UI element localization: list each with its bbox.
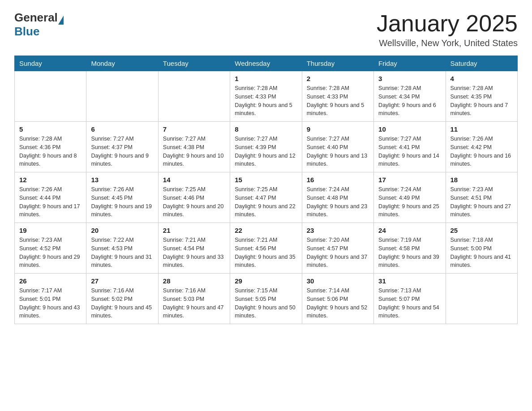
calendar-day-header: Thursday — [302, 56, 373, 71]
day-number: 22 — [235, 227, 297, 234]
page-header: General Blue January 2025 Wellsville, Ne… — [14, 11, 518, 48]
day-info: Sunrise: 7:17 AM Sunset: 5:01 PM Dayligh… — [19, 287, 82, 320]
logo-arrow-icon — [58, 16, 64, 25]
calendar-day-header: Monday — [86, 56, 158, 71]
day-number: 11 — [450, 125, 513, 133]
calendar-cell: 17Sunrise: 7:24 AM Sunset: 4:49 PM Dayli… — [374, 172, 446, 223]
day-number: 6 — [91, 125, 153, 133]
calendar-week-row: 12Sunrise: 7:26 AM Sunset: 4:44 PM Dayli… — [15, 172, 518, 223]
calendar-cell: 30Sunrise: 7:14 AM Sunset: 5:06 PM Dayli… — [302, 274, 373, 324]
day-number: 21 — [163, 227, 225, 234]
day-info: Sunrise: 7:26 AM Sunset: 4:42 PM Dayligh… — [450, 135, 513, 168]
calendar-header-row: SundayMondayTuesdayWednesdayThursdayFrid… — [15, 56, 518, 71]
calendar-day-header: Friday — [374, 56, 446, 71]
calendar-cell: 11Sunrise: 7:26 AM Sunset: 4:42 PM Dayli… — [446, 122, 517, 172]
day-number: 25 — [450, 227, 513, 234]
location-subtitle: Wellsville, New York, United States — [377, 38, 518, 48]
day-info: Sunrise: 7:23 AM Sunset: 4:52 PM Dayligh… — [19, 236, 82, 270]
day-info: Sunrise: 7:27 AM Sunset: 4:40 PM Dayligh… — [307, 135, 369, 168]
day-number: 7 — [163, 125, 225, 133]
calendar-cell — [15, 71, 86, 122]
day-info: Sunrise: 7:27 AM Sunset: 4:38 PM Dayligh… — [163, 135, 225, 168]
calendar-cell — [86, 71, 158, 122]
day-info: Sunrise: 7:18 AM Sunset: 5:00 PM Dayligh… — [450, 236, 513, 270]
day-number: 24 — [378, 227, 441, 234]
calendar-day-header: Tuesday — [158, 56, 230, 71]
calendar-cell: 28Sunrise: 7:16 AM Sunset: 5:03 PM Dayli… — [158, 274, 230, 324]
day-info: Sunrise: 7:24 AM Sunset: 4:49 PM Dayligh… — [378, 185, 441, 219]
calendar-cell: 15Sunrise: 7:25 AM Sunset: 4:47 PM Dayli… — [230, 172, 302, 223]
day-info: Sunrise: 7:28 AM Sunset: 4:34 PM Dayligh… — [378, 84, 441, 118]
day-info: Sunrise: 7:28 AM Sunset: 4:33 PM Dayligh… — [307, 84, 369, 118]
day-number: 20 — [91, 227, 153, 234]
calendar-cell: 3Sunrise: 7:28 AM Sunset: 4:34 PM Daylig… — [374, 71, 446, 122]
day-info: Sunrise: 7:14 AM Sunset: 5:06 PM Dayligh… — [307, 287, 369, 320]
calendar-cell: 2Sunrise: 7:28 AM Sunset: 4:33 PM Daylig… — [302, 71, 373, 122]
day-info: Sunrise: 7:23 AM Sunset: 4:51 PM Dayligh… — [450, 185, 513, 219]
calendar-cell: 13Sunrise: 7:26 AM Sunset: 4:45 PM Dayli… — [86, 172, 158, 223]
calendar-cell: 23Sunrise: 7:20 AM Sunset: 4:57 PM Dayli… — [302, 223, 373, 274]
day-info: Sunrise: 7:28 AM Sunset: 4:36 PM Dayligh… — [19, 135, 82, 168]
calendar-cell — [446, 274, 517, 324]
day-number: 2 — [307, 75, 369, 82]
calendar-table: SundayMondayTuesdayWednesdayThursdayFrid… — [14, 56, 518, 324]
calendar-cell: 29Sunrise: 7:15 AM Sunset: 5:05 PM Dayli… — [230, 274, 302, 324]
day-number: 10 — [378, 125, 441, 133]
day-number: 18 — [450, 176, 513, 184]
day-number: 19 — [19, 227, 82, 234]
calendar-cell: 24Sunrise: 7:19 AM Sunset: 4:58 PM Dayli… — [374, 223, 446, 274]
day-info: Sunrise: 7:21 AM Sunset: 4:54 PM Dayligh… — [163, 236, 225, 270]
calendar-cell: 4Sunrise: 7:28 AM Sunset: 4:35 PM Daylig… — [446, 71, 517, 122]
logo-blue-text: Blue — [14, 25, 39, 38]
calendar-week-row: 5Sunrise: 7:28 AM Sunset: 4:36 PM Daylig… — [15, 122, 518, 172]
calendar-cell: 19Sunrise: 7:23 AM Sunset: 4:52 PM Dayli… — [15, 223, 86, 274]
day-number: 8 — [235, 125, 297, 133]
day-info: Sunrise: 7:26 AM Sunset: 4:45 PM Dayligh… — [91, 185, 153, 219]
day-number: 31 — [378, 277, 441, 285]
day-info: Sunrise: 7:21 AM Sunset: 4:56 PM Dayligh… — [235, 236, 297, 270]
day-number: 1 — [235, 75, 297, 82]
calendar-cell: 27Sunrise: 7:16 AM Sunset: 5:02 PM Dayli… — [86, 274, 158, 324]
day-number: 28 — [163, 277, 225, 285]
day-info: Sunrise: 7:20 AM Sunset: 4:57 PM Dayligh… — [307, 236, 369, 270]
calendar-cell: 5Sunrise: 7:28 AM Sunset: 4:36 PM Daylig… — [15, 122, 86, 172]
calendar-cell: 16Sunrise: 7:24 AM Sunset: 4:48 PM Dayli… — [302, 172, 373, 223]
day-number: 9 — [307, 125, 369, 133]
calendar-cell: 9Sunrise: 7:27 AM Sunset: 4:40 PM Daylig… — [302, 122, 373, 172]
logo-general-text: General — [14, 11, 58, 25]
calendar-day-header: Saturday — [446, 56, 517, 71]
day-number: 26 — [19, 277, 82, 285]
calendar-week-row: 19Sunrise: 7:23 AM Sunset: 4:52 PM Dayli… — [15, 223, 518, 274]
day-info: Sunrise: 7:26 AM Sunset: 4:44 PM Dayligh… — [19, 185, 82, 219]
logo: General Blue — [14, 11, 64, 39]
day-info: Sunrise: 7:16 AM Sunset: 5:03 PM Dayligh… — [163, 287, 225, 320]
day-info: Sunrise: 7:19 AM Sunset: 4:58 PM Dayligh… — [378, 236, 441, 270]
calendar-cell — [158, 71, 230, 122]
day-info: Sunrise: 7:28 AM Sunset: 4:33 PM Dayligh… — [235, 84, 297, 118]
month-title: January 2025 — [377, 11, 518, 36]
day-number: 30 — [307, 277, 369, 285]
calendar-cell: 8Sunrise: 7:27 AM Sunset: 4:39 PM Daylig… — [230, 122, 302, 172]
day-number: 12 — [19, 176, 82, 184]
calendar-cell: 31Sunrise: 7:13 AM Sunset: 5:07 PM Dayli… — [374, 274, 446, 324]
day-number: 27 — [91, 277, 153, 285]
day-info: Sunrise: 7:22 AM Sunset: 4:53 PM Dayligh… — [91, 236, 153, 270]
calendar-day-header: Sunday — [15, 56, 86, 71]
day-info: Sunrise: 7:15 AM Sunset: 5:05 PM Dayligh… — [235, 287, 297, 320]
title-section: January 2025 Wellsville, New York, Unite… — [377, 11, 518, 48]
calendar-cell: 26Sunrise: 7:17 AM Sunset: 5:01 PM Dayli… — [15, 274, 86, 324]
day-number: 14 — [163, 176, 225, 184]
day-info: Sunrise: 7:13 AM Sunset: 5:07 PM Dayligh… — [378, 287, 441, 320]
day-number: 5 — [19, 125, 82, 133]
day-info: Sunrise: 7:27 AM Sunset: 4:39 PM Dayligh… — [235, 135, 297, 168]
day-info: Sunrise: 7:27 AM Sunset: 4:41 PM Dayligh… — [378, 135, 441, 168]
calendar-cell: 6Sunrise: 7:27 AM Sunset: 4:37 PM Daylig… — [86, 122, 158, 172]
day-info: Sunrise: 7:16 AM Sunset: 5:02 PM Dayligh… — [91, 287, 153, 320]
day-number: 3 — [378, 75, 441, 82]
day-info: Sunrise: 7:27 AM Sunset: 4:37 PM Dayligh… — [91, 135, 153, 168]
day-number: 15 — [235, 176, 297, 184]
day-info: Sunrise: 7:24 AM Sunset: 4:48 PM Dayligh… — [307, 185, 369, 219]
day-info: Sunrise: 7:25 AM Sunset: 4:47 PM Dayligh… — [235, 185, 297, 219]
day-number: 29 — [235, 277, 297, 285]
calendar-cell: 18Sunrise: 7:23 AM Sunset: 4:51 PM Dayli… — [446, 172, 517, 223]
